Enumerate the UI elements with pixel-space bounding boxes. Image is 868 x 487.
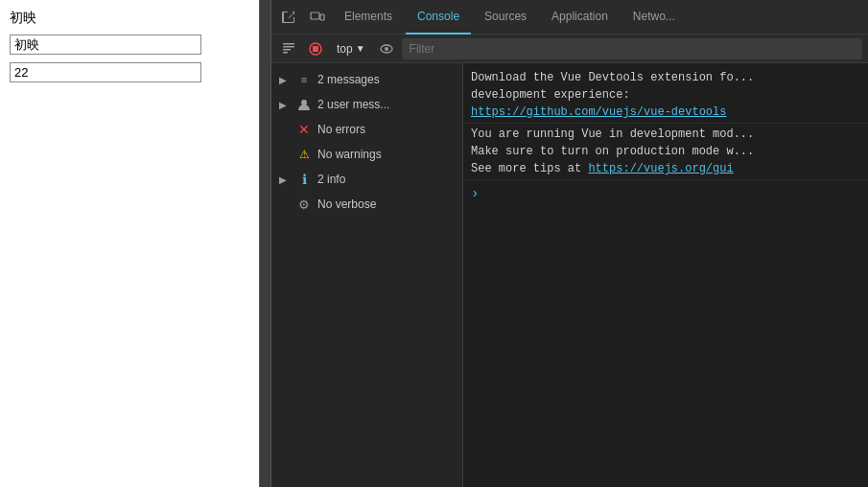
eye-icon[interactable] xyxy=(375,37,398,60)
devtools-divider xyxy=(259,0,271,487)
svg-rect-5 xyxy=(283,52,288,54)
svg-rect-1 xyxy=(320,14,324,20)
webpage-input-2[interactable] xyxy=(10,62,201,82)
user-icon xyxy=(296,97,312,112)
info-icon: ℹ xyxy=(296,172,312,187)
webpage-area: 初映 xyxy=(0,0,259,487)
sidebar-item-errors[interactable]: ▶ ✕ No errors xyxy=(271,117,462,142)
sidebar-item-messages[interactable]: ▶ ≡ 2 messages xyxy=(271,67,462,92)
sidebar-label-messages: 2 messages xyxy=(317,73,380,86)
svg-point-9 xyxy=(385,47,388,51)
console-message-1-text: Download the Vue Devtools extension fo..… xyxy=(471,71,754,102)
sidebar-label-info: 2 info xyxy=(317,173,345,186)
list-icon: ≡ xyxy=(296,72,312,87)
tab-sources[interactable]: Sources xyxy=(473,0,538,35)
warning-icon: ⚠ xyxy=(296,147,312,162)
sidebar-label-warnings: No warnings xyxy=(317,148,382,161)
webpage-label: 初映 xyxy=(10,10,249,27)
devtools-tab-bar: Elements Console Sources Application Net… xyxy=(271,0,868,35)
svg-rect-2 xyxy=(283,43,294,45)
chevron-down-icon: ▼ xyxy=(356,43,365,54)
arrow-icon: ▶ xyxy=(279,100,291,110)
console-sidebar: ▶ ≡ 2 messages ▶ 2 user mess... ▶ ✕ No e… xyxy=(271,63,463,487)
console-output: Download the Vue Devtools extension fo..… xyxy=(463,63,868,487)
device-toolbar-icon[interactable] xyxy=(304,4,331,31)
filter-input[interactable] xyxy=(402,38,862,59)
console-message-1: Download the Vue Devtools extension fo..… xyxy=(463,67,868,124)
console-link-1[interactable]: https://github.com/vuejs/vue-devtools xyxy=(471,105,726,119)
webpage-input-1[interactable] xyxy=(10,35,201,55)
sidebar-label-errors: No errors xyxy=(317,123,365,136)
svg-rect-4 xyxy=(283,49,291,51)
tab-network[interactable]: Netwo... xyxy=(622,0,687,35)
tab-elements[interactable]: Elements xyxy=(333,0,404,35)
sidebar-item-verbose[interactable]: ▶ ⚙ No verbose xyxy=(271,192,462,217)
devtools-toolbar: top ▼ xyxy=(271,35,868,63)
devtools-content: ▶ ≡ 2 messages ▶ 2 user mess... ▶ ✕ No e… xyxy=(271,63,868,487)
sidebar-item-warnings[interactable]: ▶ ⚠ No warnings xyxy=(271,142,462,167)
context-selector[interactable]: top ▼ xyxy=(331,40,371,58)
clear-console-icon[interactable] xyxy=(277,37,300,60)
console-link-2[interactable]: https://vuejs.org/gui xyxy=(588,162,733,175)
verbose-icon: ⚙ xyxy=(296,197,312,212)
tab-application[interactable]: Application xyxy=(540,0,620,35)
console-message-2: You are running Vue in development mod..… xyxy=(463,124,868,180)
sidebar-item-info[interactable]: ▶ ℹ 2 info xyxy=(271,167,462,192)
arrow-icon: ▶ xyxy=(279,75,291,85)
sidebar-label-verbose: No verbose xyxy=(317,197,376,211)
error-icon: ✕ xyxy=(296,122,312,137)
devtools-panel: Elements Console Sources Application Net… xyxy=(271,0,868,487)
sidebar-item-user-messages[interactable]: ▶ 2 user mess... xyxy=(271,92,462,117)
console-prompt[interactable]: › xyxy=(463,180,868,208)
svg-rect-0 xyxy=(311,12,319,19)
arrow-icon: ▶ xyxy=(279,174,291,185)
stop-recording-icon[interactable] xyxy=(304,37,327,60)
tab-console[interactable]: Console xyxy=(406,0,471,35)
svg-rect-7 xyxy=(313,46,318,52)
svg-rect-3 xyxy=(283,46,294,48)
sidebar-label-user-messages: 2 user mess... xyxy=(317,98,389,111)
inspect-element-icon[interactable] xyxy=(275,4,302,31)
context-label: top xyxy=(337,42,353,56)
